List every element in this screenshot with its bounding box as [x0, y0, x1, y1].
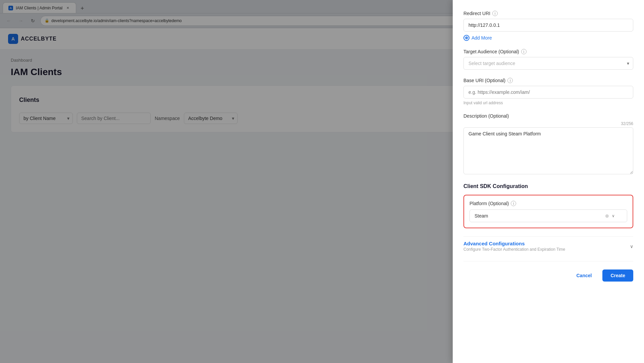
base-uri-hint: Input valid url address [463, 101, 633, 105]
clear-platform-icon[interactable]: ⊗ [605, 213, 609, 219]
redirect-uri-info-icon[interactable]: i [492, 11, 498, 16]
description-textarea[interactable]: Game Client using Steam Platform [463, 127, 633, 174]
platform-dropdown-icon: ∨ [612, 214, 615, 218]
base-uri-input[interactable] [463, 86, 633, 99]
target-audience-group: Target Audience (Optional) i Select targ… [463, 49, 633, 70]
redirect-uri-group: Redirect URI i ⊕ Add More [463, 11, 633, 41]
modal-panel: Redirect URI i ⊕ Add More Target Audienc… [453, 0, 644, 363]
sdk-config-group: Client SDK Configuration Platform (Optio… [463, 183, 633, 228]
platform-field-wrap: Platform (Optional) i Steam ⊗ ∨ [463, 195, 633, 228]
target-audience-label: Target Audience (Optional) i [463, 49, 633, 54]
platform-select-value: Steam [475, 213, 488, 219]
redirect-uri-label: Redirect URI i [463, 11, 633, 16]
cancel-button[interactable]: Cancel [569, 269, 598, 282]
advanced-config-text: Advanced Configurations Configure Two-Fa… [463, 241, 565, 252]
app-container: A ACCELBYTE ⚙ Platform Configurations ∨ … [0, 28, 644, 363]
add-more-button[interactable]: ⊕ Add More [463, 35, 633, 41]
advanced-subtitle: Configure Two-Factor Authentication and … [463, 247, 565, 252]
target-audience-select[interactable]: Select target audience [463, 57, 633, 70]
advanced-configurations-section: Advanced Configurations Configure Two-Fa… [463, 236, 633, 256]
plus-circle-icon: ⊕ [463, 35, 469, 41]
base-uri-label: Base URI (Optional) i [463, 78, 633, 83]
base-uri-info-icon[interactable]: i [507, 78, 513, 83]
platform-label: Platform (Optional) i [469, 201, 627, 206]
create-button[interactable]: Create [602, 269, 633, 282]
platform-info-icon[interactable]: i [511, 201, 516, 206]
advanced-title: Advanced Configurations [463, 241, 565, 246]
platform-select-wrap: Steam ⊗ ∨ [469, 209, 627, 222]
platform-select[interactable]: Steam ⊗ ∨ [469, 209, 627, 222]
sdk-section-title: Client SDK Configuration [463, 183, 633, 189]
description-char-count: 32/256 [463, 121, 633, 126]
description-label: Description (Optional) [463, 113, 633, 119]
description-group: Description (Optional) 32/256 Game Clien… [463, 113, 633, 175]
chevron-down-icon: ∨ [630, 244, 633, 249]
redirect-uri-input[interactable] [463, 19, 633, 32]
target-audience-select-wrap: Select target audience [463, 57, 633, 70]
target-audience-info-icon[interactable]: i [521, 49, 527, 54]
modal-footer: Cancel Create [463, 261, 633, 282]
base-uri-group: Base URI (Optional) i Input valid url ad… [463, 78, 633, 105]
platform-select-icons: ⊗ ∨ [605, 213, 615, 219]
advanced-configurations-toggle[interactable]: Advanced Configurations Configure Two-Fa… [463, 236, 633, 256]
modal-overlay: Redirect URI i ⊕ Add More Target Audienc… [0, 0, 644, 363]
